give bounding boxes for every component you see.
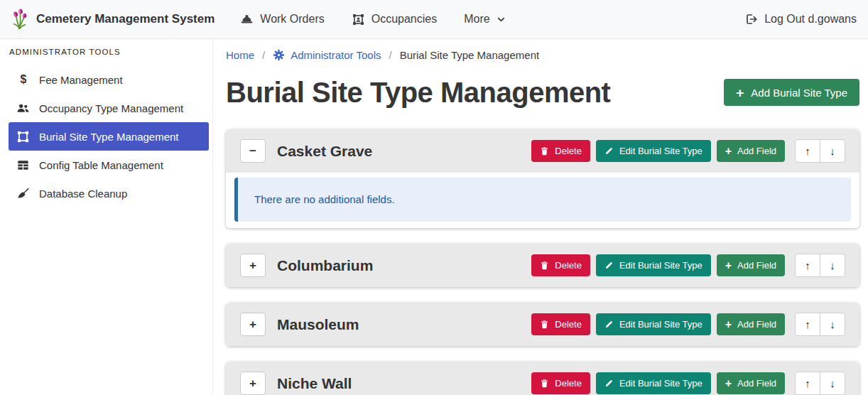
breadcrumb-current: Burial Site Type Management <box>400 49 540 61</box>
logout-button[interactable]: Log Out d.gowans <box>745 13 857 26</box>
app-brand[interactable]: Cemetery Management System <box>11 9 215 30</box>
vector-square-icon <box>16 130 31 144</box>
panel-header: + Columbarium Delete Edit Burial Site Ty… <box>226 244 859 287</box>
add-burial-site-type-button[interactable]: + Add Burial Site Type <box>724 79 859 106</box>
panel-mausoleum: + Mausoleum Delete Edit Burial Site Type… <box>226 303 859 346</box>
add-field-button[interactable]: + Add Field <box>717 254 785 276</box>
move-up-button[interactable]: ↑ <box>795 313 820 336</box>
panel-header: + Niche Wall Delete Edit Burial Site Typ… <box>226 362 859 395</box>
edit-burial-site-type-button[interactable]: Edit Burial Site Type <box>596 313 711 335</box>
trash-icon <box>540 261 549 270</box>
breadcrumb-administrator-tools-link[interactable]: Administrator Tools <box>273 49 381 61</box>
logout-label: Log Out d.gowans <box>764 13 857 26</box>
trash-icon <box>540 320 549 329</box>
move-up-button[interactable]: ↑ <box>795 372 820 395</box>
pencil-icon <box>604 146 614 156</box>
panel-title: Mausoleum <box>277 316 520 333</box>
delete-button[interactable]: Delete <box>531 372 590 394</box>
nav-item-work-orders[interactable]: Work Orders <box>240 13 324 26</box>
panel-casket-grave: − Casket Grave Delete Edit Burial Site T… <box>226 129 859 228</box>
sidebar-item-database-cleanup[interactable]: Database Cleanup <box>9 179 209 207</box>
svg-text:$: $ <box>20 73 26 85</box>
sidebar-item-occupancy-type-management[interactable]: Occupancy Type Management <box>9 94 209 122</box>
occupancy-frame-icon <box>352 13 365 26</box>
page-title: Burial Site Type Management <box>226 72 610 112</box>
add-field-button[interactable]: + Add Field <box>717 313 785 335</box>
sidebar-item-label: Occupancy Type Management <box>39 102 183 114</box>
users-icon <box>16 102 31 115</box>
pencil-icon <box>604 379 614 388</box>
move-down-button[interactable]: ↓ <box>820 254 845 277</box>
panel-title: Columbarium <box>277 257 520 274</box>
plus-icon: + <box>725 378 732 389</box>
add-field-button[interactable]: + Add Field <box>717 372 785 394</box>
trash-icon <box>540 379 549 388</box>
breadcrumb-separator: / <box>262 49 265 61</box>
nav-item-occupancies[interactable]: Occupancies <box>352 13 438 26</box>
edit-burial-site-type-button[interactable]: Edit Burial Site Type <box>596 254 711 276</box>
plus-icon: + <box>725 146 732 157</box>
table-icon <box>16 158 31 172</box>
expand-collapse-button[interactable]: + <box>240 254 266 277</box>
logout-icon <box>745 13 758 26</box>
main-content: Home / Administrator Tools / Burial Site… <box>213 39 868 395</box>
sidebar-item-config-table-management[interactable]: Config Table Management <box>9 151 209 179</box>
delete-button[interactable]: Delete <box>531 313 590 335</box>
move-up-button[interactable]: ↑ <box>795 254 820 277</box>
broom-icon <box>16 187 31 200</box>
top-navbar: Cemetery Management System Work Orders O… <box>0 0 868 39</box>
breadcrumb: Home / Administrator Tools / Burial Site… <box>226 49 859 61</box>
navbar-links: Work Orders Occupancies More <box>240 13 505 26</box>
sidebar-item-label: Database Cleanup <box>39 188 127 200</box>
dollar-icon: $ <box>16 73 31 86</box>
tulip-logo-icon <box>11 9 28 30</box>
delete-button[interactable]: Delete <box>531 140 590 162</box>
admin-tools-sidebar: ADMINISTRATOR TOOLS $ Fee Management Occ… <box>0 39 213 395</box>
delete-button[interactable]: Delete <box>531 254 590 276</box>
gear-icon <box>273 49 285 61</box>
panel-columbarium: + Columbarium Delete Edit Burial Site Ty… <box>226 244 859 287</box>
edit-burial-site-type-button[interactable]: Edit Burial Site Type <box>596 372 711 394</box>
expand-collapse-button[interactable]: + <box>240 313 266 336</box>
sidebar-item-label: Config Table Management <box>39 159 163 171</box>
panel-header: + Mausoleum Delete Edit Burial Site Type… <box>226 303 859 346</box>
hard-hat-icon <box>240 13 254 26</box>
sidebar-item-label: Burial Site Type Management <box>39 131 179 143</box>
panel-body: There are no additional fields. <box>226 173 859 228</box>
trash-icon <box>540 146 549 156</box>
breadcrumb-home-link[interactable]: Home <box>226 49 254 61</box>
sidebar-item-burial-site-type-management[interactable]: Burial Site Type Management <box>9 122 209 151</box>
breadcrumb-separator: / <box>389 49 391 61</box>
chevron-down-icon <box>497 15 506 24</box>
move-down-button[interactable]: ↓ <box>820 372 845 395</box>
plus-icon: + <box>725 319 732 330</box>
edit-burial-site-type-button[interactable]: Edit Burial Site Type <box>596 140 711 162</box>
panel-title: Casket Grave <box>277 143 520 160</box>
move-down-button[interactable]: ↓ <box>820 139 845 163</box>
plus-icon: + <box>736 86 744 99</box>
pencil-icon <box>604 261 614 270</box>
add-field-button[interactable]: + Add Field <box>717 140 785 162</box>
move-up-button[interactable]: ↑ <box>795 139 820 163</box>
expand-collapse-button[interactable]: + <box>240 372 266 395</box>
app-title: Cemetery Management System <box>36 12 215 26</box>
move-down-button[interactable]: ↓ <box>820 313 845 336</box>
nav-item-more[interactable]: More <box>464 13 505 26</box>
sidebar-header: ADMINISTRATOR TOOLS <box>0 48 212 56</box>
panel-title: Niche Wall <box>277 375 520 392</box>
expand-collapse-button[interactable]: − <box>240 139 266 163</box>
sidebar-item-label: Fee Management <box>39 74 123 86</box>
panel-header: − Casket Grave Delete Edit Burial Site T… <box>226 129 859 173</box>
plus-icon: + <box>725 260 732 271</box>
sidebar-item-fee-management[interactable]: $ Fee Management <box>9 65 209 94</box>
pencil-icon <box>604 320 614 329</box>
info-alert: There are no additional fields. <box>234 178 851 222</box>
panel-niche-wall: + Niche Wall Delete Edit Burial Site Typ… <box>226 362 859 395</box>
